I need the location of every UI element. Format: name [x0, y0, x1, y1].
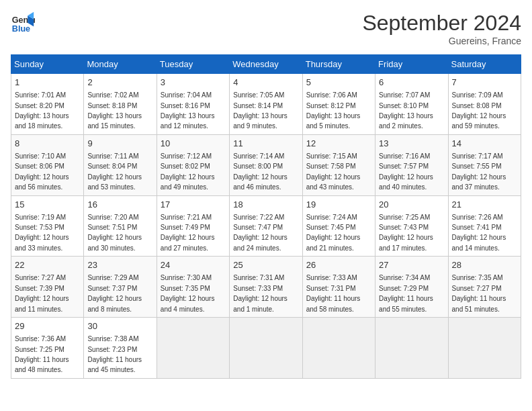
day-info: Sunrise: 7:22 AM Sunset: 7:47 PM Dayligh…	[233, 214, 287, 252]
day-info: Sunrise: 7:01 AM Sunset: 8:20 PM Dayligh…	[15, 91, 69, 130]
calendar-week-5: 29Sunrise: 7:36 AM Sunset: 7:25 PM Dayli…	[11, 318, 521, 379]
day-number: 4	[233, 77, 298, 89]
day-number: 16	[87, 199, 152, 211]
day-number: 13	[379, 138, 444, 150]
day-number: 29	[15, 320, 80, 332]
day-number: 9	[87, 138, 152, 150]
day-number: 17	[161, 199, 226, 211]
calendar-cell: 20Sunrise: 7:25 AM Sunset: 7:43 PM Dayli…	[375, 195, 448, 257]
calendar-cell: 16Sunrise: 7:20 AM Sunset: 7:51 PM Dayli…	[84, 195, 157, 257]
day-info: Sunrise: 7:11 AM Sunset: 8:04 PM Dayligh…	[87, 152, 142, 191]
day-number: 3	[161, 77, 226, 89]
calendar-week-2: 8Sunrise: 7:10 AM Sunset: 8:06 PM Daylig…	[11, 134, 521, 195]
day-info: Sunrise: 7:20 AM Sunset: 7:51 PM Dayligh…	[87, 214, 142, 252]
col-header-saturday: Saturday	[448, 55, 521, 74]
location-subtitle: Guereins, France	[362, 36, 521, 46]
calendar-cell: 26Sunrise: 7:33 AM Sunset: 7:31 PM Dayli…	[302, 257, 375, 318]
day-info: Sunrise: 7:25 AM Sunset: 7:43 PM Dayligh…	[379, 214, 433, 252]
day-number: 28	[452, 259, 517, 271]
day-info: Sunrise: 7:05 AM Sunset: 8:14 PM Dayligh…	[233, 91, 287, 130]
calendar-cell: 8Sunrise: 7:10 AM Sunset: 8:06 PM Daylig…	[11, 134, 84, 195]
logo: General Blue	[11, 11, 35, 35]
calendar-cell: 15Sunrise: 7:19 AM Sunset: 7:53 PM Dayli…	[11, 195, 84, 257]
day-info: Sunrise: 7:30 AM Sunset: 7:35 PM Dayligh…	[161, 274, 215, 312]
calendar-cell: 1Sunrise: 7:01 AM Sunset: 8:20 PM Daylig…	[11, 74, 84, 135]
day-number: 1	[15, 77, 80, 89]
day-info: Sunrise: 7:29 AM Sunset: 7:37 PM Dayligh…	[87, 274, 142, 312]
day-info: Sunrise: 7:15 AM Sunset: 7:58 PM Dayligh…	[306, 152, 361, 191]
day-info: Sunrise: 7:06 AM Sunset: 8:12 PM Dayligh…	[306, 91, 361, 130]
day-number: 15	[15, 199, 80, 211]
day-number: 20	[379, 199, 444, 211]
day-info: Sunrise: 7:16 AM Sunset: 7:57 PM Dayligh…	[379, 152, 433, 191]
day-number: 12	[306, 138, 371, 150]
day-info: Sunrise: 7:10 AM Sunset: 8:06 PM Dayligh…	[15, 152, 69, 191]
calendar-week-1: 1Sunrise: 7:01 AM Sunset: 8:20 PM Daylig…	[11, 74, 521, 135]
day-number: 21	[452, 199, 517, 211]
day-number: 30	[87, 320, 152, 332]
calendar-cell: 24Sunrise: 7:30 AM Sunset: 7:35 PM Dayli…	[157, 257, 229, 318]
calendar-cell: 10Sunrise: 7:12 AM Sunset: 8:02 PM Dayli…	[157, 134, 229, 195]
page-header: General Blue September 2024 Guereins, Fr…	[11, 11, 521, 46]
day-number: 11	[233, 138, 298, 150]
day-info: Sunrise: 7:38 AM Sunset: 7:23 PM Dayligh…	[87, 335, 142, 373]
svg-text:Blue: Blue	[12, 24, 30, 34]
day-info: Sunrise: 7:31 AM Sunset: 7:33 PM Dayligh…	[233, 274, 287, 312]
day-info: Sunrise: 7:33 AM Sunset: 7:31 PM Dayligh…	[306, 274, 361, 312]
calendar-week-4: 22Sunrise: 7:27 AM Sunset: 7:39 PM Dayli…	[11, 257, 521, 318]
col-header-thursday: Thursday	[302, 55, 375, 74]
day-number: 26	[306, 259, 371, 271]
day-number: 2	[87, 77, 152, 89]
day-number: 19	[306, 199, 371, 211]
day-info: Sunrise: 7:07 AM Sunset: 8:10 PM Dayligh…	[379, 91, 433, 130]
col-header-wednesday: Wednesday	[230, 55, 302, 74]
calendar-cell: 3Sunrise: 7:04 AM Sunset: 8:16 PM Daylig…	[157, 74, 229, 135]
day-number: 18	[233, 199, 298, 211]
day-info: Sunrise: 7:12 AM Sunset: 8:02 PM Dayligh…	[161, 152, 215, 191]
calendar-cell	[448, 318, 521, 379]
day-info: Sunrise: 7:17 AM Sunset: 7:55 PM Dayligh…	[452, 152, 506, 191]
col-header-friday: Friday	[375, 55, 448, 74]
day-info: Sunrise: 7:34 AM Sunset: 7:29 PM Dayligh…	[379, 274, 433, 312]
logo-icon: General Blue	[11, 11, 35, 35]
calendar-cell: 4Sunrise: 7:05 AM Sunset: 8:14 PM Daylig…	[230, 74, 302, 135]
month-title: September 2024	[362, 11, 521, 36]
calendar-cell: 21Sunrise: 7:26 AM Sunset: 7:41 PM Dayli…	[448, 195, 521, 257]
calendar-cell: 12Sunrise: 7:15 AM Sunset: 7:58 PM Dayli…	[302, 134, 375, 195]
col-header-sunday: Sunday	[11, 55, 84, 74]
day-number: 24	[161, 259, 226, 271]
day-number: 6	[379, 77, 444, 89]
day-info: Sunrise: 7:19 AM Sunset: 7:53 PM Dayligh…	[15, 214, 69, 252]
day-info: Sunrise: 7:36 AM Sunset: 7:25 PM Dayligh…	[15, 335, 69, 373]
calendar-cell	[302, 318, 375, 379]
calendar-cell: 5Sunrise: 7:06 AM Sunset: 8:12 PM Daylig…	[302, 74, 375, 135]
calendar-table: SundayMondayTuesdayWednesdayThursdayFrid…	[11, 54, 521, 379]
calendar-cell: 25Sunrise: 7:31 AM Sunset: 7:33 PM Dayli…	[230, 257, 302, 318]
calendar-cell	[157, 318, 229, 379]
calendar-cell	[230, 318, 302, 379]
calendar-cell: 14Sunrise: 7:17 AM Sunset: 7:55 PM Dayli…	[448, 134, 521, 195]
calendar-week-3: 15Sunrise: 7:19 AM Sunset: 7:53 PM Dayli…	[11, 195, 521, 257]
day-number: 23	[87, 259, 152, 271]
calendar-cell: 7Sunrise: 7:09 AM Sunset: 8:08 PM Daylig…	[448, 74, 521, 135]
calendar-cell: 18Sunrise: 7:22 AM Sunset: 7:47 PM Dayli…	[230, 195, 302, 257]
day-number: 5	[306, 77, 371, 89]
day-info: Sunrise: 7:24 AM Sunset: 7:45 PM Dayligh…	[306, 214, 361, 252]
day-info: Sunrise: 7:02 AM Sunset: 8:18 PM Dayligh…	[87, 91, 142, 130]
calendar-cell: 17Sunrise: 7:21 AM Sunset: 7:49 PM Dayli…	[157, 195, 229, 257]
calendar-cell: 22Sunrise: 7:27 AM Sunset: 7:39 PM Dayli…	[11, 257, 84, 318]
day-info: Sunrise: 7:04 AM Sunset: 8:16 PM Dayligh…	[161, 91, 215, 130]
day-info: Sunrise: 7:35 AM Sunset: 7:27 PM Dayligh…	[452, 274, 506, 312]
calendar-cell: 11Sunrise: 7:14 AM Sunset: 8:00 PM Dayli…	[230, 134, 302, 195]
col-header-tuesday: Tuesday	[157, 55, 229, 74]
col-header-monday: Monday	[84, 55, 157, 74]
day-number: 7	[452, 77, 517, 89]
calendar-cell: 6Sunrise: 7:07 AM Sunset: 8:10 PM Daylig…	[375, 74, 448, 135]
day-info: Sunrise: 7:26 AM Sunset: 7:41 PM Dayligh…	[452, 214, 506, 252]
day-number: 25	[233, 259, 298, 271]
calendar-cell: 28Sunrise: 7:35 AM Sunset: 7:27 PM Dayli…	[448, 257, 521, 318]
header-row: SundayMondayTuesdayWednesdayThursdayFrid…	[11, 55, 521, 74]
day-number: 27	[379, 259, 444, 271]
day-info: Sunrise: 7:21 AM Sunset: 7:49 PM Dayligh…	[161, 214, 215, 252]
day-number: 10	[161, 138, 226, 150]
